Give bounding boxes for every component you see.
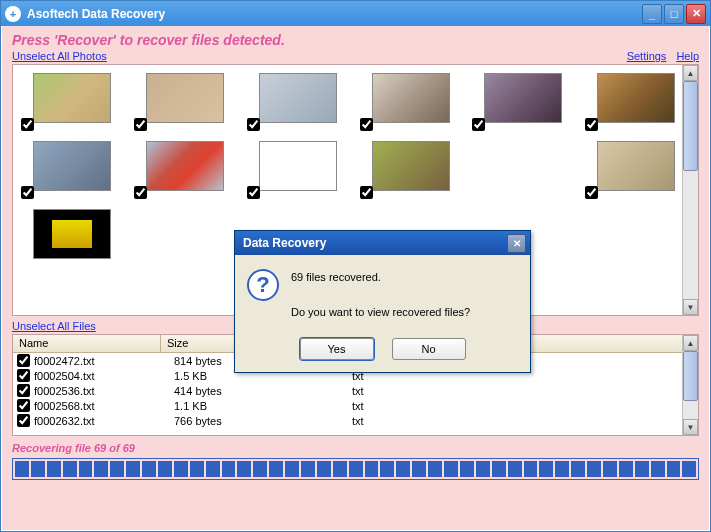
photo-item[interactable] xyxy=(17,209,130,269)
question-icon: ? xyxy=(247,269,279,301)
photo-item[interactable] xyxy=(356,73,469,133)
photo-item[interactable] xyxy=(243,141,356,201)
photo-item[interactable] xyxy=(468,73,581,133)
file-ext: txt xyxy=(352,415,496,427)
unselect-all-files-link[interactable]: Unselect All Files xyxy=(12,320,96,332)
dialog-text: 69 files recovered. Do you want to view … xyxy=(291,269,470,322)
dialog-body: ? 69 files recovered. Do you want to vie… xyxy=(235,255,530,332)
photo-checkbox[interactable] xyxy=(472,118,485,131)
photo-checkbox[interactable] xyxy=(134,186,147,199)
photo-checkbox[interactable] xyxy=(21,118,34,131)
file-size: 1.1 KB xyxy=(174,400,352,412)
content-area: Press 'Recover' to recover files detecte… xyxy=(2,26,709,530)
table-row[interactable]: f0002632.txt766 bytestxt xyxy=(13,413,682,428)
photo-checkbox[interactable] xyxy=(585,118,598,131)
photo-item[interactable] xyxy=(356,141,469,201)
photo-item[interactable] xyxy=(581,73,694,133)
file-name: f0002536.txt xyxy=(34,385,174,397)
file-ext: txt xyxy=(352,385,496,397)
scroll-up-icon[interactable]: ▲ xyxy=(683,335,698,351)
photo-thumbnail xyxy=(259,141,337,191)
photo-thumbnail xyxy=(33,73,111,123)
scroll-down-icon[interactable]: ▼ xyxy=(683,419,698,435)
file-checkbox[interactable] xyxy=(17,399,30,412)
dialog-titlebar: Data Recovery ✕ xyxy=(235,231,530,255)
photo-item[interactable] xyxy=(581,141,694,201)
dialog-line1: 69 files recovered. xyxy=(291,269,470,287)
file-ext: txt xyxy=(352,400,496,412)
recovery-dialog: Data Recovery ✕ ? 69 files recovered. Do… xyxy=(234,230,531,373)
file-size: 414 bytes xyxy=(174,385,352,397)
close-button[interactable]: ✕ xyxy=(686,4,706,24)
unselect-all-photos-link[interactable]: Unselect All Photos xyxy=(12,50,107,62)
dialog-close-button[interactable]: ✕ xyxy=(507,234,526,253)
photo-thumbnail xyxy=(146,141,224,191)
table-row[interactable]: f0002536.txt414 bytestxt xyxy=(13,383,682,398)
no-button[interactable]: No xyxy=(392,338,466,360)
app-icon: + xyxy=(5,6,21,22)
file-checkbox[interactable] xyxy=(17,354,30,367)
photo-thumbnail xyxy=(33,209,111,259)
yes-button[interactable]: Yes xyxy=(300,338,374,360)
photo-thumbnail xyxy=(597,141,675,191)
top-links: Unselect All Photos Settings Help xyxy=(2,50,709,64)
file-checkbox[interactable] xyxy=(17,369,30,382)
photo-thumbnail xyxy=(484,73,562,123)
file-checkbox[interactable] xyxy=(17,414,30,427)
scroll-up-icon[interactable]: ▲ xyxy=(683,65,698,81)
photo-item[interactable] xyxy=(17,141,130,201)
settings-link[interactable]: Settings xyxy=(627,50,667,62)
photo-checkbox[interactable] xyxy=(360,118,373,131)
scroll-down-icon[interactable]: ▼ xyxy=(683,299,698,315)
dialog-title: Data Recovery xyxy=(239,236,507,250)
file-name: f0002504.txt xyxy=(34,370,174,382)
file-checkbox[interactable] xyxy=(17,384,30,397)
files-scrollbar[interactable]: ▲ ▼ xyxy=(682,335,698,435)
photo-thumbnail xyxy=(259,73,337,123)
file-name: f0002472.txt xyxy=(34,355,174,367)
scroll-thumb[interactable] xyxy=(683,81,698,171)
photo-thumbnail xyxy=(146,73,224,123)
photo-item[interactable] xyxy=(130,73,243,133)
dialog-line2: Do you want to view recovered files? xyxy=(291,304,470,322)
photo-thumbnail xyxy=(597,73,675,123)
file-name: f0002568.txt xyxy=(34,400,174,412)
table-row[interactable]: f0002568.txt1.1 KBtxt xyxy=(13,398,682,413)
page-heading: Press 'Recover' to recover files detecte… xyxy=(2,26,709,50)
status-text: Recovering file 69 of 69 xyxy=(2,440,709,456)
photo-item[interactable] xyxy=(17,73,130,133)
photo-checkbox[interactable] xyxy=(134,118,147,131)
file-size: 766 bytes xyxy=(174,415,352,427)
photo-thumbnail xyxy=(372,73,450,123)
photo-checkbox[interactable] xyxy=(247,118,260,131)
photo-thumbnail xyxy=(33,141,111,191)
photo-checkbox[interactable] xyxy=(247,186,260,199)
scroll-thumb[interactable] xyxy=(683,351,698,401)
app-window: + Asoftech Data Recovery _ □ ✕ Press 'Re… xyxy=(0,0,711,532)
progress-bar xyxy=(12,458,699,480)
photo-thumbnail xyxy=(372,141,450,191)
photo-item[interactable] xyxy=(243,73,356,133)
photo-checkbox[interactable] xyxy=(585,186,598,199)
help-link[interactable]: Help xyxy=(676,50,699,62)
column-header-name[interactable]: Name xyxy=(13,335,161,352)
photo-item[interactable] xyxy=(130,141,243,201)
photo-checkbox[interactable] xyxy=(360,186,373,199)
photos-scrollbar[interactable]: ▲ ▼ xyxy=(682,65,698,315)
titlebar: + Asoftech Data Recovery _ □ ✕ xyxy=(1,1,710,26)
minimize-button[interactable]: _ xyxy=(642,4,662,24)
dialog-buttons: Yes No xyxy=(235,332,530,372)
file-name: f0002632.txt xyxy=(34,415,174,427)
maximize-button[interactable]: □ xyxy=(664,4,684,24)
window-title: Asoftech Data Recovery xyxy=(27,7,640,21)
photo-checkbox[interactable] xyxy=(21,186,34,199)
